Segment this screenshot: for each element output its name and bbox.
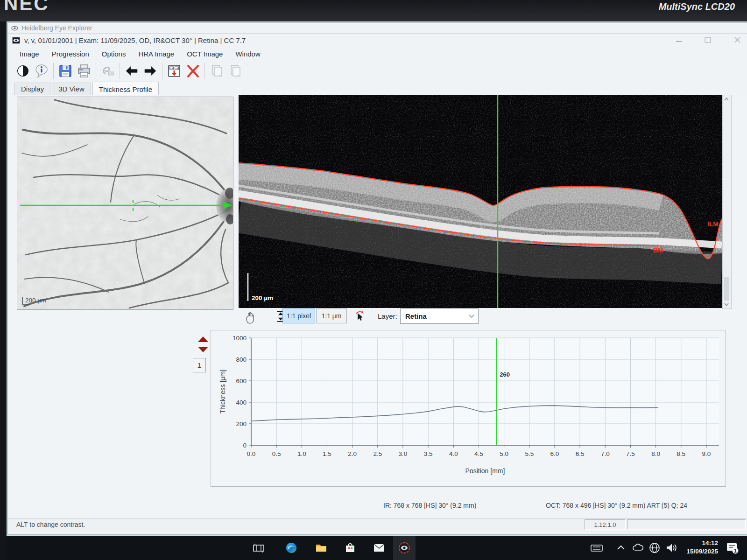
clock-time: 14:12 xyxy=(686,539,718,547)
x-tick-label: 0.0 xyxy=(247,450,256,457)
toolbar-separator xyxy=(53,63,54,79)
menu-window[interactable]: Window xyxy=(235,50,260,58)
document-eye-icon xyxy=(12,36,20,44)
scroll-down-icon[interactable] xyxy=(723,301,730,308)
menu-options[interactable]: Options xyxy=(102,50,126,58)
layer-dropdown[interactable]: Retina xyxy=(400,308,479,324)
menubar: Image Progression Options HRA Image OCT … xyxy=(8,47,747,61)
tab-3d-view[interactable]: 3D View xyxy=(52,83,91,95)
monitor-model-label: MultiSync LCD20 xyxy=(659,1,735,12)
copy-image-icon[interactable] xyxy=(207,62,226,80)
scroll-thumb[interactable] xyxy=(724,277,729,301)
y-tick-label: 600 xyxy=(236,378,247,385)
store-icon[interactable] xyxy=(344,541,357,554)
maximize-button[interactable] xyxy=(703,36,712,44)
x-tick-label: 7.5 xyxy=(626,450,635,457)
oct-bscan-image[interactable]: ILM BM 200 µm xyxy=(239,95,722,308)
ir-scale-label: 200 µm xyxy=(25,297,46,304)
toolbar-separator xyxy=(120,63,120,79)
e-signature-icon[interactable] xyxy=(99,62,117,80)
print-icon[interactable] xyxy=(75,62,93,80)
menu-progression[interactable]: Progression xyxy=(52,50,89,58)
info-icon[interactable] xyxy=(32,62,51,80)
app-titlebar[interactable]: Heidelberg Eye Explorer xyxy=(8,23,747,34)
spinner-down-icon[interactable] xyxy=(198,347,208,352)
monitor-photo: NEC MultiSync LCD20 Heidelberg Eye Explo… xyxy=(0,0,747,560)
document-titlebar[interactable]: v, v, 01/01/2001 | Exam: 11/09/2025, OD,… xyxy=(8,34,747,47)
oct-scan-info: OCT: 768 x 496 [HS] 30° (9.2 mm) ART (5)… xyxy=(546,502,687,509)
zoom-1-1-pixel-button[interactable]: 1:1 pixel xyxy=(282,308,315,323)
heidelberg-app-window: Heidelberg Eye Explorer v, v, 01/01/2001… xyxy=(7,22,747,535)
content-area: 200 µm xyxy=(8,95,747,518)
x-tick-label: 5.0 xyxy=(500,450,508,457)
taskbar-clock[interactable]: 14:12 15/09/2025 xyxy=(686,539,718,556)
tab-thickness-profile[interactable]: Thickness Profile xyxy=(92,82,159,96)
menu-image[interactable]: Image xyxy=(20,50,39,58)
monitor-brand-logo: NEC xyxy=(4,0,49,15)
delete-icon[interactable] xyxy=(183,62,202,80)
x-tick-label: 0.5 xyxy=(272,450,281,457)
x-tick-label: 4.5 xyxy=(474,450,483,457)
action-center-icon[interactable]: 1 xyxy=(726,541,739,554)
network-globe-icon[interactable] xyxy=(648,541,661,554)
heidelberg-eye-explorer-icon[interactable] xyxy=(398,541,411,554)
x-tick-label: 7.0 xyxy=(601,450,610,457)
chevron-down-icon xyxy=(468,313,475,319)
profile-chart-svg[interactable]: 0.00.51.01.52.02.53.03.54.04.55.05.56.06… xyxy=(211,330,725,485)
x-tick-label: 2.5 xyxy=(373,450,382,457)
minimize-button[interactable] xyxy=(675,36,684,44)
hidden-icons-chevron-icon[interactable] xyxy=(614,541,627,554)
ir-fundus-image[interactable]: 200 µm xyxy=(17,97,233,310)
edge-browser-icon[interactable] xyxy=(285,541,298,554)
screen: Heidelberg Eye Explorer v, v, 01/01/2001… xyxy=(7,21,747,560)
monitor-bezel-top: NEC MultiSync LCD20 xyxy=(0,0,747,21)
app-title: Heidelberg Eye Explorer xyxy=(21,24,92,32)
view-tabs: Display 3D View Thickness Profile xyxy=(8,81,747,95)
menu-oct-image[interactable]: OCT Image xyxy=(187,50,223,58)
exam-overview-icon[interactable] xyxy=(165,62,183,80)
contrast-icon[interactable] xyxy=(14,62,32,80)
tab-display[interactable]: Display xyxy=(14,83,50,95)
task-view-icon[interactable] xyxy=(252,541,265,554)
x-tick-label: 6.0 xyxy=(550,450,559,457)
pan-hand-icon[interactable] xyxy=(244,312,256,325)
thickness-profile-chart[interactable]: 0.00.51.01.52.02.53.03.54.04.55.05.56.06… xyxy=(211,330,726,487)
back-arrow-icon[interactable] xyxy=(122,62,141,80)
app-eye-icon xyxy=(11,25,18,32)
ir-scan-info: IR: 768 x 768 [HS] 30° (9.2 mm) xyxy=(383,502,476,509)
menu-hra-image[interactable]: HRA Image xyxy=(138,50,174,58)
y-tick-label: 200 xyxy=(236,420,247,427)
x-tick-label: 2.0 xyxy=(348,450,357,457)
scroll-up-icon[interactable] xyxy=(723,96,730,103)
bscan-index-badge: 1 xyxy=(193,358,206,372)
oct-scrollbar[interactable] xyxy=(722,95,732,309)
touch-keyboard-icon[interactable] xyxy=(590,541,603,554)
x-tick-label: 8.0 xyxy=(651,450,660,457)
bm-label: BM xyxy=(653,246,663,254)
status-extra-cell xyxy=(627,519,746,530)
spinner-up-icon[interactable] xyxy=(198,336,208,342)
copy-report-icon[interactable] xyxy=(226,62,245,80)
bscan-spinner[interactable] xyxy=(196,335,211,355)
onedrive-icon[interactable] xyxy=(631,541,644,554)
mail-icon[interactable] xyxy=(373,541,386,554)
y-tick-label: 800 xyxy=(236,356,247,363)
x-tick-label: 9.0 xyxy=(702,450,711,457)
y-tick-label: 0 xyxy=(243,442,247,449)
x-tick-label: 3.5 xyxy=(424,450,433,457)
y-tick-label: 400 xyxy=(236,399,247,406)
file-explorer-icon[interactable] xyxy=(315,541,328,554)
layer-label: Layer: xyxy=(378,312,397,320)
active-app-highlight[interactable] xyxy=(393,536,416,560)
toolbar-separator xyxy=(204,63,205,79)
x-tick-label: 8.5 xyxy=(677,450,685,457)
forward-arrow-icon[interactable] xyxy=(141,62,160,80)
save-icon[interactable] xyxy=(56,62,75,80)
x-tick-label: 6.5 xyxy=(576,450,585,457)
status-hint: ALT to change contrast. xyxy=(8,521,585,528)
zoom-1-1-um-button[interactable]: 1:1 µm xyxy=(316,308,347,323)
toolbar-separator xyxy=(96,63,96,79)
volume-icon[interactable] xyxy=(665,541,678,554)
rotate-cursor-icon[interactable] xyxy=(354,310,366,322)
close-button[interactable] xyxy=(733,36,742,44)
